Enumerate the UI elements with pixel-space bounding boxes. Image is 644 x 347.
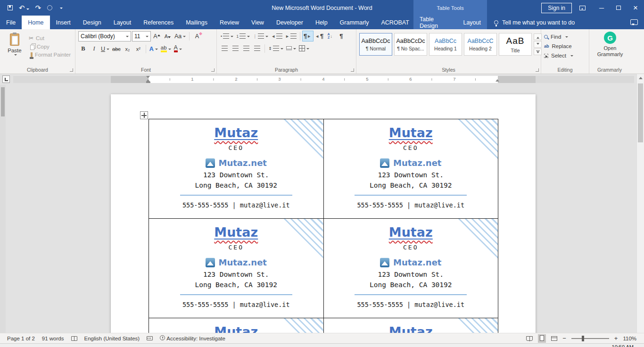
superscript-button[interactable]: x² <box>133 44 143 54</box>
document-canvas[interactable]: Mutaz CEO Mutaz.net 123 Downtown St. Lon… <box>0 85 636 333</box>
clipboard-dialog-launcher-icon[interactable] <box>70 68 73 72</box>
word-count[interactable]: 91 words <box>42 336 64 341</box>
text-effects-button[interactable]: A <box>149 44 159 54</box>
zoom-level[interactable]: 110% <box>623 336 636 341</box>
numbering-button[interactable]: 1 <box>235 31 251 41</box>
tab-grammarly[interactable]: Grammarly <box>334 16 375 29</box>
increase-indent-button[interactable]: ► <box>284 31 297 41</box>
styles-scroll-up-button[interactable] <box>534 33 542 40</box>
italic-button[interactable]: I <box>89 44 99 54</box>
scrollbar-thumb[interactable] <box>638 83 643 142</box>
styles-dialog-launcher-icon[interactable] <box>536 68 539 72</box>
card-address-line1[interactable]: 123 Downtown St. <box>324 172 498 178</box>
accessibility-status[interactable]: Accessibility: Investigate <box>160 335 225 341</box>
customize-quick-access-icon[interactable] <box>60 8 63 10</box>
left-indent-marker[interactable] <box>146 82 150 83</box>
card-address-line2[interactable]: Long Beach, CA 30192 <box>324 282 498 288</box>
tab-mailings[interactable]: Mailings <box>180 16 214 29</box>
card-address-line1[interactable]: 123 Downtown St. <box>149 172 323 178</box>
undo-caret-icon[interactable] <box>26 8 29 11</box>
grammarly-icon[interactable]: G <box>604 32 616 44</box>
left-to-right-text-direction-button[interactable]: ¶► <box>303 31 313 41</box>
tab-selector-button[interactable] <box>2 75 10 83</box>
right-indent-marker[interactable] <box>495 77 499 82</box>
card-name[interactable]: Mutaz <box>214 324 258 333</box>
find-button[interactable]: Find <box>544 32 587 41</box>
change-case-button[interactable]: Aa <box>173 32 187 41</box>
zoom-out-button[interactable]: − <box>562 335 566 342</box>
card-address-line2[interactable]: Long Beach, CA 30192 <box>324 182 498 189</box>
borders-caret-icon[interactable] <box>306 48 309 51</box>
card-website[interactable]: Mutaz.net <box>393 158 441 168</box>
font-color-caret-icon[interactable] <box>179 49 182 51</box>
styles-scroll-down-button[interactable] <box>534 41 542 48</box>
style-heading-2[interactable]: AaBbCcC Heading 2 <box>464 33 497 56</box>
business-card[interactable]: Mutaz <box>149 318 324 333</box>
show-hide-paragraph-button[interactable]: ¶ <box>336 31 346 41</box>
bullets-caret-icon[interactable] <box>231 36 233 39</box>
language-indicator[interactable]: English (United States) <box>84 336 140 341</box>
change-case-caret-icon[interactable] <box>183 36 186 39</box>
bullets-button[interactable]: • <box>220 31 234 41</box>
card-contact[interactable]: 555-555-5555 | mutaz@live.it <box>324 201 498 209</box>
underline-button[interactable]: U <box>100 44 110 54</box>
card-address-line2[interactable]: Long Beach, CA 30192 <box>149 282 323 288</box>
zoom-in-button[interactable]: + <box>614 335 618 342</box>
vertical-ruler[interactable] <box>0 85 6 333</box>
card-name[interactable]: Mutaz <box>389 125 433 140</box>
business-card[interactable]: Mutaz CEO Mutaz.net 123 Downtown St. Lon… <box>324 119 499 219</box>
style-title[interactable]: AaB Title <box>499 33 532 56</box>
document-page[interactable]: Mutaz CEO Mutaz.net 123 Downtown St. Lon… <box>111 94 536 333</box>
style-no-spacing[interactable]: AaBbCcDc ¶ No Spac... <box>394 33 427 56</box>
clear-formatting-button[interactable]: A <box>192 32 202 41</box>
tab-insert[interactable]: Insert <box>50 16 77 29</box>
style-heading-1[interactable]: AaBbCc Heading 1 <box>429 33 462 56</box>
tell-me-box[interactable]: Tell me what you want to do <box>494 16 575 29</box>
find-caret-icon[interactable] <box>565 36 568 39</box>
highlight-button[interactable]: ab <box>160 44 172 54</box>
right-to-left-text-direction-button[interactable]: ◄¶ <box>314 31 324 41</box>
line-spacing-caret-icon[interactable] <box>281 48 283 51</box>
card-website[interactable]: Mutaz.net <box>219 257 267 267</box>
strikethrough-button[interactable]: abc <box>111 44 122 54</box>
comment-icon[interactable] <box>630 19 638 25</box>
text-effects-caret-icon[interactable] <box>155 49 158 51</box>
print-layout-button[interactable] <box>538 334 546 343</box>
keyboard-layout-icon[interactable] <box>147 336 153 340</box>
tab-file[interactable]: File <box>0 16 22 29</box>
select-caret-icon[interactable] <box>570 55 573 58</box>
align-left-button[interactable] <box>220 43 230 53</box>
replace-button[interactable]: abReplace <box>544 41 587 51</box>
page-indicator[interactable]: Page 1 of 2 <box>7 336 35 341</box>
card-address-line1[interactable]: 123 Downtown St. <box>149 272 323 278</box>
horizontal-ruler[interactable]: 1 2 3 4 5 6 7 <box>13 76 634 83</box>
card-website[interactable]: Mutaz.net <box>393 257 441 267</box>
card-website[interactable]: Mutaz.net <box>219 158 267 168</box>
multilevel-list-button[interactable]: ⋮ <box>252 31 269 41</box>
highlight-caret-icon[interactable] <box>168 49 171 51</box>
tab-help[interactable]: Help <box>309 16 334 29</box>
circle-icon[interactable] <box>47 5 52 10</box>
font-dialog-launcher-icon[interactable] <box>211 68 215 72</box>
grow-font-button[interactable]: A <box>152 32 162 41</box>
zoom-slider-thumb[interactable] <box>582 336 584 341</box>
style-normal[interactable]: AaBbCcDc ¶ Normal <box>359 33 392 56</box>
card-contact[interactable]: 555-555-5555 | mutaz@live.it <box>149 201 323 209</box>
card-role[interactable]: CEO <box>149 144 323 151</box>
maximize-button[interactable] <box>610 0 627 16</box>
read-mode-icon[interactable] <box>526 336 533 341</box>
copy-button[interactable]: Copy <box>29 43 71 50</box>
paste-caret-icon[interactable] <box>14 54 17 57</box>
tab-acrobat[interactable]: ACROBAT <box>375 16 415 29</box>
paragraph-dialog-launcher-icon[interactable] <box>351 68 354 72</box>
redo-icon[interactable]: ↷ <box>35 4 41 11</box>
shading-caret-icon[interactable] <box>293 48 296 51</box>
scroll-up-button[interactable] <box>637 74 644 82</box>
tab-home[interactable]: Home <box>22 16 50 29</box>
font-size-combo[interactable]: 11 <box>132 31 151 41</box>
format-painter-button[interactable]: Format Painter <box>29 52 71 58</box>
business-card-table[interactable]: Mutaz CEO Mutaz.net 123 Downtown St. Lon… <box>149 119 498 333</box>
business-card[interactable]: Mutaz <box>324 318 499 333</box>
font-color-button[interactable]: A <box>173 44 183 54</box>
minimize-button[interactable]: ─ <box>593 0 610 16</box>
